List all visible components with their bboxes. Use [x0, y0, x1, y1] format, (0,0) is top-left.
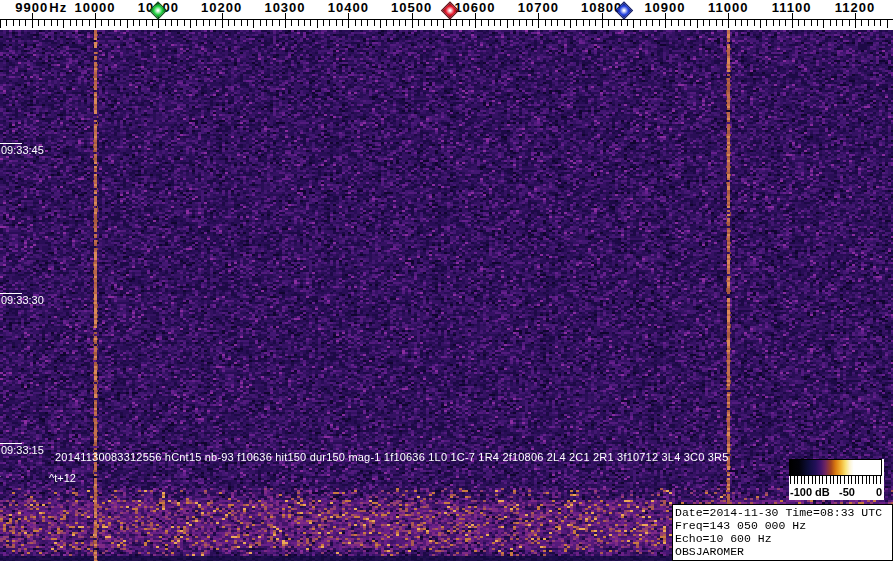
db-tick	[808, 476, 809, 484]
freq-tick	[342, 19, 343, 26]
freq-tick	[545, 19, 546, 26]
freq-tick	[526, 19, 527, 26]
freq-tick	[766, 19, 767, 26]
freq-tick	[418, 19, 419, 26]
freq-tick	[880, 19, 881, 26]
freq-tick	[63, 19, 64, 28]
db-label: -100 dB	[790, 486, 830, 498]
freq-tick	[570, 19, 571, 28]
freq-tick	[849, 19, 850, 26]
freq-tick	[247, 19, 248, 26]
freq-tick	[215, 19, 216, 26]
freq-tick	[621, 19, 622, 26]
freq-tick	[887, 19, 888, 28]
info-line: Echo=10 600 Hz	[675, 532, 892, 545]
freq-tick	[735, 19, 736, 26]
info-line: OBSJAROMER	[675, 545, 892, 558]
freq-tick	[32, 13, 33, 28]
freq-tick	[538, 13, 539, 28]
freq-tick	[348, 13, 349, 28]
freq-tick	[811, 19, 812, 26]
freq-tick	[44, 19, 45, 26]
freq-tick	[127, 19, 128, 28]
freq-tick	[513, 19, 514, 26]
freq-tick	[507, 19, 508, 28]
observation-info-box: Date=2014-11-30 Time=08:33 UTCFreq=143 0…	[672, 504, 893, 561]
freq-tick	[633, 19, 634, 28]
freq-tick	[703, 19, 704, 26]
freq-tick	[89, 19, 90, 26]
freq-tick	[830, 19, 831, 26]
db-color-legend: -100 dB-500	[789, 459, 884, 500]
db-tick	[801, 476, 802, 484]
detection-annotation: 20141130083312556 hCnt15 nb-93 f10636 hi…	[55, 451, 729, 463]
freq-tick	[241, 19, 242, 26]
freq-tick	[798, 19, 799, 26]
freq-tick	[114, 19, 115, 26]
db-tick	[880, 476, 881, 484]
freq-tick	[500, 19, 501, 26]
freq-tick	[589, 19, 590, 26]
db-tick	[855, 476, 856, 484]
db-tick	[833, 476, 834, 484]
freq-tick	[817, 19, 818, 26]
db-label: -50	[839, 486, 855, 498]
freq-tick	[405, 19, 406, 26]
freq-tick	[101, 19, 102, 26]
freq-tick	[855, 13, 856, 28]
freq-tick	[222, 13, 223, 28]
freq-tick	[146, 19, 147, 26]
db-tick	[812, 476, 813, 484]
freq-tick	[260, 19, 261, 26]
freq-tick	[108, 19, 109, 26]
freq-tick	[488, 19, 489, 26]
freq-tick	[13, 19, 14, 26]
freq-tick	[190, 19, 191, 28]
freq-tick	[177, 19, 178, 26]
db-tick	[866, 476, 867, 484]
freq-tick	[367, 19, 368, 26]
freq-tick	[792, 13, 793, 28]
freq-tick	[76, 19, 77, 26]
db-tick	[826, 476, 827, 484]
freq-tick	[519, 19, 520, 26]
db-tick	[848, 476, 849, 484]
freq-tick	[564, 19, 565, 26]
db-tick	[815, 476, 816, 484]
freq-tick	[51, 19, 52, 26]
freq-tick	[462, 19, 463, 26]
freq-tick	[823, 19, 824, 28]
time-label: 09:33:45	[1, 144, 44, 156]
freq-tick	[557, 19, 558, 26]
freq-tick	[399, 19, 400, 26]
freq-tick	[203, 19, 204, 26]
freq-tick	[285, 13, 286, 28]
freq-tick	[608, 19, 609, 26]
freq-tick	[741, 19, 742, 26]
freq-tick	[690, 19, 691, 26]
freq-tick	[291, 19, 292, 26]
freq-tick	[196, 19, 197, 26]
freq-tick	[678, 19, 679, 26]
freq-tick	[380, 19, 381, 28]
freq-tick	[443, 19, 444, 28]
freq-tick	[671, 19, 672, 26]
freq-tick	[665, 13, 666, 28]
freq-tick	[317, 19, 318, 28]
freq-tick	[184, 19, 185, 26]
freq-tick	[209, 19, 210, 26]
freq-tick	[120, 19, 121, 26]
time-label: 09:33:15	[1, 444, 44, 456]
db-legend-ticks	[789, 476, 882, 485]
freq-tick	[652, 19, 653, 26]
freq-tick	[329, 19, 330, 26]
db-tick	[858, 476, 859, 484]
freq-tick	[475, 13, 476, 28]
freq-tick	[842, 19, 843, 26]
freq-tick	[874, 19, 875, 26]
freq-tick	[785, 19, 786, 26]
freq-tick	[323, 19, 324, 26]
freq-tick	[861, 19, 862, 26]
freq-tick	[171, 19, 172, 26]
freq-tick	[19, 19, 20, 26]
